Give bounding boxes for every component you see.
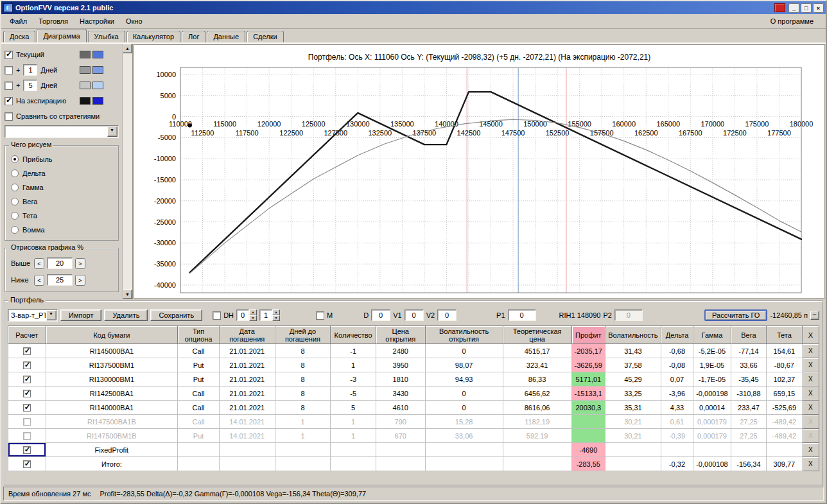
- close-button[interactable]: ×: [813, 3, 824, 13]
- v2-input[interactable]: [437, 309, 457, 321]
- radio-icon[interactable]: [11, 155, 19, 163]
- radio-icon[interactable]: [11, 184, 19, 191]
- chart-canvas[interactable]: -40000-35000-30000-25000-20000-15000-100…: [138, 67, 821, 294]
- radio-profit[interactable]: Прибыль: [11, 152, 114, 166]
- radio-theta[interactable]: Тета: [11, 209, 114, 223]
- m-checkbox[interactable]: [316, 311, 324, 320]
- save-button[interactable]: Сохранить: [150, 309, 202, 321]
- above-decrease-button[interactable]: <: [34, 258, 44, 269]
- plus5-color-swatch-1[interactable]: [80, 82, 91, 89]
- col-header-5[interactable]: Количество: [331, 326, 376, 344]
- below-increase-button[interactable]: >: [75, 275, 85, 286]
- compare-strategies-checkbox[interactable]: [4, 112, 13, 121]
- col-header-15[interactable]: X: [802, 326, 819, 344]
- col-header-1[interactable]: Код бумаги: [46, 326, 178, 344]
- col-header-8[interactable]: Теоретическая цена: [503, 326, 571, 344]
- dh-spinner-1-input[interactable]: [236, 309, 249, 321]
- toggle-plus5-days[interactable]: + Дней: [4, 78, 119, 93]
- row-include-checkbox-cell[interactable]: [8, 344, 46, 358]
- row-include-checkbox-cell[interactable]: [8, 372, 46, 387]
- title-bar[interactable]: F OptionFVV версия 2.1 public _ □ ×: [1, 1, 826, 14]
- row-delete-button[interactable]: X: [802, 344, 819, 358]
- tab-calculator[interactable]: Калькулятор: [126, 31, 180, 42]
- row-delete-button[interactable]: X: [802, 387, 819, 401]
- row-include-checkbox-cell[interactable]: [8, 443, 46, 457]
- current-color-swatch-2[interactable]: [92, 51, 103, 58]
- menu-about[interactable]: О программе: [765, 15, 819, 27]
- delete-button[interactable]: Удалить: [104, 309, 148, 321]
- current-color-swatch-1[interactable]: [80, 51, 91, 58]
- margin-mini-button[interactable]: [810, 311, 819, 320]
- row-delete-button[interactable]: X: [802, 415, 819, 429]
- days5-input[interactable]: [23, 80, 37, 91]
- below-percent-input[interactable]: [47, 274, 73, 286]
- strategy-combobox[interactable]: [4, 125, 119, 138]
- col-header-12[interactable]: Гамма: [693, 326, 731, 344]
- col-header-3[interactable]: Дата погашения: [219, 326, 275, 344]
- row-include-checkbox[interactable]: [23, 460, 31, 468]
- tab-log[interactable]: Лог: [182, 31, 205, 42]
- dh-toggle[interactable]: DH: [213, 311, 234, 320]
- m-toggle[interactable]: M: [316, 311, 333, 320]
- spin-up-icon[interactable]: [249, 309, 257, 315]
- row-include-checkbox-cell[interactable]: [8, 387, 46, 401]
- expiration-color-swatch-1[interactable]: [80, 97, 91, 105]
- import-button[interactable]: Импорт: [60, 309, 101, 321]
- radio-vomma[interactable]: Вомма: [11, 223, 114, 237]
- radio-icon[interactable]: [11, 212, 19, 220]
- chevron-down-icon[interactable]: [46, 310, 57, 320]
- toggle-expiration[interactable]: На экспирацию: [4, 93, 119, 109]
- menu-file[interactable]: Файл: [4, 15, 33, 27]
- row-delete-button[interactable]: X: [802, 429, 819, 443]
- preset-combobox[interactable]: З-вар-т_РТС: [8, 309, 58, 322]
- radio-icon[interactable]: [11, 198, 19, 205]
- plus5-color-swatch-2[interactable]: [92, 82, 103, 89]
- row-delete-button[interactable]: X: [802, 372, 819, 387]
- row-include-checkbox[interactable]: [23, 347, 31, 355]
- row-delete-button[interactable]: X: [802, 443, 819, 457]
- menu-window[interactable]: Окно: [120, 15, 148, 27]
- col-header-4[interactable]: Дней до погашения: [275, 326, 331, 344]
- radio-icon[interactable]: [11, 169, 19, 177]
- left-panel-scrollbar[interactable]: ▲ ▼: [122, 44, 132, 299]
- row-delete-button[interactable]: X: [802, 457, 819, 471]
- dh-spinner-2[interactable]: [259, 309, 280, 321]
- col-header-6[interactable]: Цена открытия: [376, 326, 425, 344]
- minimize-button[interactable]: _: [788, 3, 799, 13]
- toggle-compare-strategies[interactable]: Сравнить со стратегиями: [4, 109, 119, 124]
- spin-down-icon[interactable]: [272, 315, 280, 321]
- dh-spinner-2-input[interactable]: [259, 309, 272, 321]
- chevron-down-icon[interactable]: [107, 126, 118, 137]
- menu-trading[interactable]: Торговля: [33, 15, 74, 27]
- row-include-checkbox[interactable]: [23, 361, 31, 369]
- row-include-checkbox[interactable]: [23, 390, 31, 397]
- row-include-checkbox[interactable]: [23, 418, 31, 426]
- radio-icon[interactable]: [11, 226, 19, 234]
- col-header-11[interactable]: Дельта: [661, 326, 693, 344]
- plus1-color-swatch-2[interactable]: [92, 66, 103, 74]
- col-header-9[interactable]: Профит: [571, 326, 605, 344]
- row-include-checkbox[interactable]: [23, 404, 31, 412]
- current-checkbox[interactable]: [4, 51, 13, 59]
- scroll-up-icon[interactable]: ▲: [123, 44, 132, 53]
- days1-input[interactable]: [23, 64, 37, 76]
- row-delete-button[interactable]: X: [802, 401, 819, 415]
- col-header-0[interactable]: Расчет: [8, 326, 46, 344]
- above-increase-button[interactable]: >: [75, 258, 85, 269]
- toggle-current[interactable]: Текущий: [4, 47, 119, 62]
- toggle-plus1-days[interactable]: + Дней: [4, 62, 119, 78]
- row-include-checkbox-cell[interactable]: [8, 429, 46, 443]
- scrollbar-track[interactable]: [123, 53, 132, 290]
- above-percent-input[interactable]: [47, 257, 73, 269]
- col-header-2[interactable]: Тип опциона: [178, 326, 220, 344]
- row-include-checkbox[interactable]: [23, 432, 31, 440]
- tab-diagram[interactable]: Диаграмма: [37, 29, 86, 42]
- col-header-7[interactable]: Волатильность открытия: [425, 326, 503, 344]
- col-header-14[interactable]: Тета: [767, 326, 802, 344]
- expiration-checkbox[interactable]: [4, 97, 13, 105]
- row-include-checkbox-cell[interactable]: [8, 401, 46, 415]
- p2-input[interactable]: [614, 309, 643, 321]
- below-decrease-button[interactable]: <: [34, 275, 44, 286]
- tab-smile[interactable]: Улыбка: [88, 31, 125, 42]
- dh-spinner-1[interactable]: [236, 309, 257, 321]
